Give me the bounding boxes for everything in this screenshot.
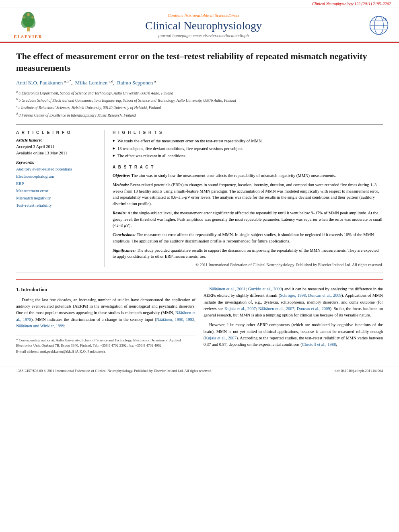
abstract-significance-label: Significance: [113,248,136,253]
ref-duncan-2009[interactable]: Duncan et al., 2009 [308,293,341,298]
keywords-label: Keywords: [16,160,98,164]
ref-naatanen-2007[interactable]: Näätänen et al., 2007 [258,306,294,311]
journal-homepage: journal homepage: www.elsevier.com/locat… [48,33,359,38]
author-paukkunen-sup: a,b,* [64,79,72,83]
highlight-2: 13 test subjects, five deviant condition… [113,146,383,152]
abstract-objective-label: Objective: [113,173,130,178]
journal-right-logo [359,13,391,37]
authors-line: Antti K.O. Paukkunen a,b,*, Miika Lemine… [16,79,383,86]
affiliation-d: d d Finnish Center of Excellence in Inte… [16,112,383,119]
history-label: Article history: [16,138,98,142]
available-date: Available online 13 May 2011 [16,150,98,156]
copyright-line: © 2011 International Federation of Clini… [113,263,383,267]
ref-naatanen-2001[interactable]: Näätänen et al., 2001 [209,287,246,291]
article-info-col: A R T I C L E I N F O Article history: A… [16,130,105,267]
elsevier-brand-text: ELSEVIER [14,34,43,39]
highlight-1: We study the effect of the measurement e… [113,138,383,144]
keyword-3[interactable]: ERP [16,180,98,187]
ref-kujala-2007b[interactable]: Kujala et al., 2007 [205,336,237,340]
right-para-2: However, like many other AERP components… [204,322,383,348]
footnote-email: E-mail address: antti.paukkunen@tkk.fi (… [16,349,195,354]
svg-point-2 [21,18,29,28]
keywords-list: Auditory event-related potentials Electr… [16,166,98,209]
doi-text: doi:10.1016/j.clinph.2011.04.004 [335,369,383,373]
sciencedirect-link-text[interactable]: ScienceDirect [215,13,239,18]
right-para-1: Näätänen et al., 2001; Garrido et al., 2… [204,286,383,318]
author-sepponen[interactable]: Raimo Sepponen [117,80,153,86]
highlights-list: We study the effect of the measurement e… [113,138,383,159]
abstract-results-label: Results: [113,211,127,215]
keyword-5[interactable]: Mismatch negativity [16,195,98,202]
info-highlights-section: A R T I C L E I N F O Article history: A… [16,124,383,273]
journal-main-title: Clinical Neurophysiology [48,19,359,32]
intro-heading: 1. Introduction [16,286,195,294]
main-article-section: 1. Introduction During the last few deca… [16,279,383,355]
main-left-col: 1. Introduction During the last few deca… [16,286,195,355]
sciencedirect-label: Contents lists available at ScienceDirec… [48,13,359,18]
globe-icon [367,13,391,37]
keyword-4[interactable]: Measurement error [16,187,98,195]
author-paukkunen[interactable]: Antti K.O. Paukkunen [16,80,63,86]
keyword-6[interactable]: Test–retest reliability [16,202,98,209]
keyword-1[interactable]: Auditory event-related potentials [16,166,98,173]
ref-garrido-2009[interactable]: Garrido et al., 2009 [248,287,282,291]
journal-banner: ELSEVIER Contents lists available at Sci… [0,8,399,42]
highlights-abstract-col: H I G H L I G H T S We study the effect … [113,130,383,267]
ref-chertoff-1988[interactable]: Chertoff et al., 1988 [302,342,336,347]
abstract-section: A B S T R A C T Objective: The aim was t… [113,165,383,267]
accepted-date: Accepted 3 April 2011 [16,144,98,150]
affiliation-c: c c Institute of Behavioral Sciences, He… [16,104,383,111]
article-info-label: A R T I C L E I N F O [16,130,98,135]
ref-naatanen-winkler[interactable]: Näätänen and Winkler, 1999 [16,324,64,328]
footnote-section: * Corresponding author at: Aalto Univers… [16,335,195,354]
keyword-2[interactable]: Electroencephalogram [16,173,98,180]
abstract-methods-label: Methods: [113,183,129,187]
journal-title-block: Contents lists available at ScienceDirec… [48,13,359,38]
ref-naatanen-1990[interactable]: Näätänen, 1990, 1992 [156,317,194,322]
affiliation-a: a a Electronics Department, School of Sc… [16,90,383,97]
elsevier-tree-icon [17,11,39,33]
highlight-3: The effect was relevant in all condition… [113,153,383,159]
svg-point-5 [23,16,25,18]
abstract-label: A B S T R A C T [113,165,383,169]
ref-duncan-2009b[interactable]: Duncan et al., 2009 [297,306,330,311]
issn-text: 1388-2457/$36.00 © 2011 International Fe… [16,369,212,373]
bottom-bar: 1388-2457/$36.00 © 2011 International Fe… [0,366,399,375]
svg-point-3 [28,18,35,28]
affiliation-b: b b Graduate School of Electrical and Co… [16,97,383,104]
other-text: other [247,322,255,327]
article-body: The effect of measurement error on the t… [0,43,399,364]
main-right-col: Näätänen et al., 2001; Garrido et al., 2… [204,286,383,355]
abstract-objective: Objective: The aim was to study how the … [113,173,383,179]
ref-kujala-2007[interactable]: Kujala et al., 2007 [224,306,256,311]
affiliations: a a Electronics Department, School of Sc… [16,90,383,119]
footnote-corresponding: * Corresponding author at: Aalto Univers… [16,338,195,348]
keywords-group: Keywords: Auditory event-related potenti… [16,160,98,209]
abstract-conclusions-text: The measurement error affects the repeat… [113,232,374,243]
abstract-conclusions: Conclusions: The measurement error affec… [113,232,383,244]
journal-volume-label: Clinical Neurophysiology 122 (2011) 2195… [0,2,399,6]
article-title: The effect of measurement error on the t… [16,51,383,74]
abstract-conclusions-label: Conclusions: [113,232,136,237]
elsevier-logo: ELSEVIER [8,11,48,39]
svg-point-4 [27,13,30,16]
ref-schroger-1998[interactable]: Schröger, 1998 [280,293,306,298]
abstract-methods-text: Event-related potentials (ERPs) to chang… [113,183,379,206]
abstract-methods: Methods: Event-related potentials (ERPs)… [113,182,383,207]
abstract-objective-text: The aim was to study how the measurement… [131,173,336,178]
abstract-results: Results: At the single-subject level, th… [113,210,383,229]
author-leminen[interactable]: Miika Leminen [75,80,108,86]
abstract-significance: Significance: The study provided quantit… [113,247,383,260]
author-leminen-sup: c,d [109,79,113,83]
abstract-significance-text: The study provided quantitative results … [113,248,378,259]
intro-para-1: During the last few decades, an increasi… [16,297,195,329]
author-sepponen-sup: a [154,79,156,83]
article-history: Article history: Accepted 3 April 2011 A… [16,138,98,156]
svg-point-6 [31,16,34,18]
abstract-results-text: At the single-subject level, the measure… [113,211,383,228]
journal-header: Clinical Neurophysiology 122 (2011) 2195… [0,0,399,43]
highlights-label: H I G H L I G H T S [113,130,383,135]
